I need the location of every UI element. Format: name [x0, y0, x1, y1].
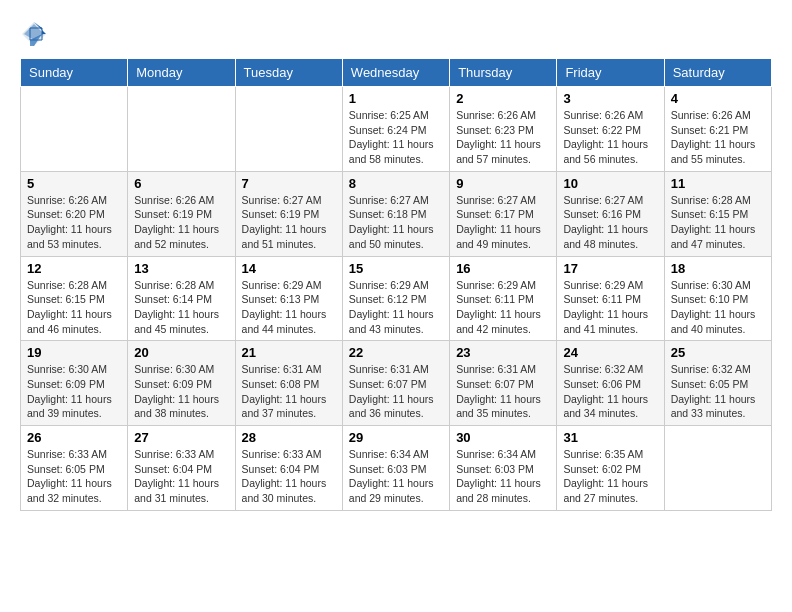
day-info: Sunrise: 6:26 AM Sunset: 6:22 PM Dayligh… — [563, 108, 657, 167]
calendar-cell — [21, 87, 128, 172]
calendar-cell: 25Sunrise: 6:32 AM Sunset: 6:05 PM Dayli… — [664, 341, 771, 426]
day-info: Sunrise: 6:26 AM Sunset: 6:20 PM Dayligh… — [27, 193, 121, 252]
calendar-cell — [235, 87, 342, 172]
calendar-cell: 5Sunrise: 6:26 AM Sunset: 6:20 PM Daylig… — [21, 171, 128, 256]
day-number: 16 — [456, 261, 550, 276]
day-info: Sunrise: 6:33 AM Sunset: 6:05 PM Dayligh… — [27, 447, 121, 506]
day-number: 21 — [242, 345, 336, 360]
day-info: Sunrise: 6:27 AM Sunset: 6:19 PM Dayligh… — [242, 193, 336, 252]
day-number: 10 — [563, 176, 657, 191]
col-header-friday: Friday — [557, 59, 664, 87]
day-info: Sunrise: 6:28 AM Sunset: 6:15 PM Dayligh… — [27, 278, 121, 337]
day-number: 27 — [134, 430, 228, 445]
calendar-cell: 31Sunrise: 6:35 AM Sunset: 6:02 PM Dayli… — [557, 426, 664, 511]
logo — [20, 20, 52, 48]
day-number: 19 — [27, 345, 121, 360]
day-number: 7 — [242, 176, 336, 191]
calendar-cell: 13Sunrise: 6:28 AM Sunset: 6:14 PM Dayli… — [128, 256, 235, 341]
calendar-cell: 6Sunrise: 6:26 AM Sunset: 6:19 PM Daylig… — [128, 171, 235, 256]
calendar-cell: 26Sunrise: 6:33 AM Sunset: 6:05 PM Dayli… — [21, 426, 128, 511]
day-info: Sunrise: 6:35 AM Sunset: 6:02 PM Dayligh… — [563, 447, 657, 506]
calendar-week-1: 1Sunrise: 6:25 AM Sunset: 6:24 PM Daylig… — [21, 87, 772, 172]
calendar-cell: 9Sunrise: 6:27 AM Sunset: 6:17 PM Daylig… — [450, 171, 557, 256]
day-info: Sunrise: 6:30 AM Sunset: 6:09 PM Dayligh… — [27, 362, 121, 421]
calendar-cell: 2Sunrise: 6:26 AM Sunset: 6:23 PM Daylig… — [450, 87, 557, 172]
calendar-cell: 17Sunrise: 6:29 AM Sunset: 6:11 PM Dayli… — [557, 256, 664, 341]
col-header-wednesday: Wednesday — [342, 59, 449, 87]
calendar-cell: 8Sunrise: 6:27 AM Sunset: 6:18 PM Daylig… — [342, 171, 449, 256]
day-number: 28 — [242, 430, 336, 445]
page-header — [20, 20, 772, 48]
calendar-cell: 1Sunrise: 6:25 AM Sunset: 6:24 PM Daylig… — [342, 87, 449, 172]
day-number: 18 — [671, 261, 765, 276]
day-info: Sunrise: 6:28 AM Sunset: 6:14 PM Dayligh… — [134, 278, 228, 337]
day-info: Sunrise: 6:28 AM Sunset: 6:15 PM Dayligh… — [671, 193, 765, 252]
calendar-cell: 12Sunrise: 6:28 AM Sunset: 6:15 PM Dayli… — [21, 256, 128, 341]
day-info: Sunrise: 6:31 AM Sunset: 6:08 PM Dayligh… — [242, 362, 336, 421]
day-number: 6 — [134, 176, 228, 191]
calendar-cell: 7Sunrise: 6:27 AM Sunset: 6:19 PM Daylig… — [235, 171, 342, 256]
calendar-cell — [128, 87, 235, 172]
calendar-cell: 24Sunrise: 6:32 AM Sunset: 6:06 PM Dayli… — [557, 341, 664, 426]
day-number: 11 — [671, 176, 765, 191]
day-number: 14 — [242, 261, 336, 276]
day-number: 31 — [563, 430, 657, 445]
calendar-week-4: 19Sunrise: 6:30 AM Sunset: 6:09 PM Dayli… — [21, 341, 772, 426]
calendar-cell: 11Sunrise: 6:28 AM Sunset: 6:15 PM Dayli… — [664, 171, 771, 256]
day-info: Sunrise: 6:32 AM Sunset: 6:05 PM Dayligh… — [671, 362, 765, 421]
day-number: 25 — [671, 345, 765, 360]
calendar-cell: 21Sunrise: 6:31 AM Sunset: 6:08 PM Dayli… — [235, 341, 342, 426]
day-info: Sunrise: 6:30 AM Sunset: 6:09 PM Dayligh… — [134, 362, 228, 421]
col-header-saturday: Saturday — [664, 59, 771, 87]
day-info: Sunrise: 6:27 AM Sunset: 6:16 PM Dayligh… — [563, 193, 657, 252]
day-info: Sunrise: 6:30 AM Sunset: 6:10 PM Dayligh… — [671, 278, 765, 337]
logo-icon — [20, 20, 48, 48]
calendar-header-row: SundayMondayTuesdayWednesdayThursdayFrid… — [21, 59, 772, 87]
day-info: Sunrise: 6:26 AM Sunset: 6:19 PM Dayligh… — [134, 193, 228, 252]
calendar-cell: 30Sunrise: 6:34 AM Sunset: 6:03 PM Dayli… — [450, 426, 557, 511]
calendar-cell: 27Sunrise: 6:33 AM Sunset: 6:04 PM Dayli… — [128, 426, 235, 511]
col-header-tuesday: Tuesday — [235, 59, 342, 87]
day-info: Sunrise: 6:26 AM Sunset: 6:23 PM Dayligh… — [456, 108, 550, 167]
day-info: Sunrise: 6:26 AM Sunset: 6:21 PM Dayligh… — [671, 108, 765, 167]
day-number: 23 — [456, 345, 550, 360]
day-info: Sunrise: 6:27 AM Sunset: 6:17 PM Dayligh… — [456, 193, 550, 252]
calendar-cell: 16Sunrise: 6:29 AM Sunset: 6:11 PM Dayli… — [450, 256, 557, 341]
day-number: 3 — [563, 91, 657, 106]
day-number: 29 — [349, 430, 443, 445]
calendar-cell: 28Sunrise: 6:33 AM Sunset: 6:04 PM Dayli… — [235, 426, 342, 511]
day-info: Sunrise: 6:33 AM Sunset: 6:04 PM Dayligh… — [242, 447, 336, 506]
calendar-cell: 29Sunrise: 6:34 AM Sunset: 6:03 PM Dayli… — [342, 426, 449, 511]
day-info: Sunrise: 6:34 AM Sunset: 6:03 PM Dayligh… — [456, 447, 550, 506]
day-info: Sunrise: 6:27 AM Sunset: 6:18 PM Dayligh… — [349, 193, 443, 252]
calendar-cell: 18Sunrise: 6:30 AM Sunset: 6:10 PM Dayli… — [664, 256, 771, 341]
day-info: Sunrise: 6:29 AM Sunset: 6:12 PM Dayligh… — [349, 278, 443, 337]
calendar-cell: 22Sunrise: 6:31 AM Sunset: 6:07 PM Dayli… — [342, 341, 449, 426]
col-header-sunday: Sunday — [21, 59, 128, 87]
calendar-cell: 10Sunrise: 6:27 AM Sunset: 6:16 PM Dayli… — [557, 171, 664, 256]
calendar-week-2: 5Sunrise: 6:26 AM Sunset: 6:20 PM Daylig… — [21, 171, 772, 256]
calendar-table: SundayMondayTuesdayWednesdayThursdayFrid… — [20, 58, 772, 511]
day-info: Sunrise: 6:31 AM Sunset: 6:07 PM Dayligh… — [456, 362, 550, 421]
day-info: Sunrise: 6:33 AM Sunset: 6:04 PM Dayligh… — [134, 447, 228, 506]
day-number: 12 — [27, 261, 121, 276]
day-number: 15 — [349, 261, 443, 276]
col-header-monday: Monday — [128, 59, 235, 87]
calendar-week-5: 26Sunrise: 6:33 AM Sunset: 6:05 PM Dayli… — [21, 426, 772, 511]
calendar-cell: 20Sunrise: 6:30 AM Sunset: 6:09 PM Dayli… — [128, 341, 235, 426]
day-number: 30 — [456, 430, 550, 445]
day-info: Sunrise: 6:29 AM Sunset: 6:11 PM Dayligh… — [563, 278, 657, 337]
day-info: Sunrise: 6:29 AM Sunset: 6:13 PM Dayligh… — [242, 278, 336, 337]
day-info: Sunrise: 6:25 AM Sunset: 6:24 PM Dayligh… — [349, 108, 443, 167]
day-number: 5 — [27, 176, 121, 191]
calendar-cell: 4Sunrise: 6:26 AM Sunset: 6:21 PM Daylig… — [664, 87, 771, 172]
calendar-cell: 14Sunrise: 6:29 AM Sunset: 6:13 PM Dayli… — [235, 256, 342, 341]
day-number: 1 — [349, 91, 443, 106]
col-header-thursday: Thursday — [450, 59, 557, 87]
day-number: 2 — [456, 91, 550, 106]
day-number: 13 — [134, 261, 228, 276]
day-number: 9 — [456, 176, 550, 191]
calendar-cell — [664, 426, 771, 511]
day-number: 24 — [563, 345, 657, 360]
day-number: 20 — [134, 345, 228, 360]
